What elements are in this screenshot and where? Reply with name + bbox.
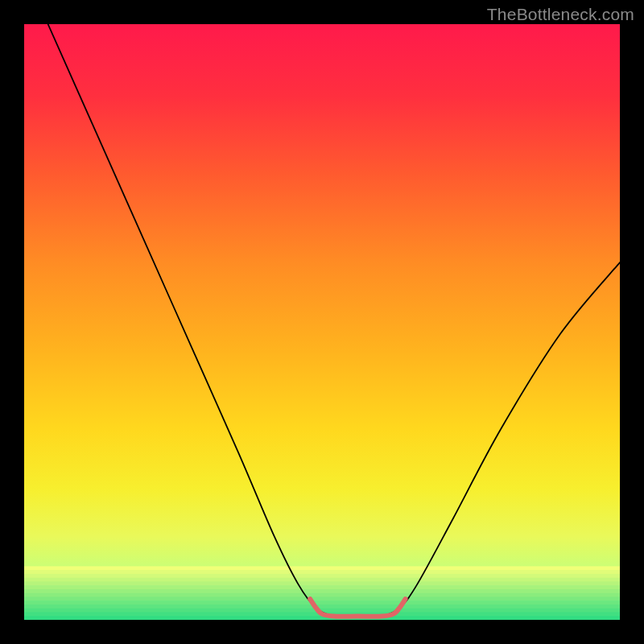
green-band-stripe bbox=[24, 616, 620, 620]
green-band-stripe bbox=[24, 589, 620, 593]
green-band-stripe bbox=[24, 605, 620, 609]
green-band-stripe bbox=[24, 574, 620, 578]
green-band-stripe bbox=[24, 581, 620, 585]
gradient-background bbox=[24, 24, 620, 620]
watermark-text: TheBottleneck.com bbox=[487, 5, 634, 24]
green-band-stripe bbox=[24, 570, 620, 574]
bottleneck-chart bbox=[24, 24, 620, 620]
green-band-stripe bbox=[24, 597, 620, 601]
plot-area bbox=[24, 24, 620, 620]
green-band-stripe bbox=[24, 593, 620, 597]
green-band-stripe bbox=[24, 601, 620, 605]
chart-frame: TheBottleneck.com bbox=[0, 0, 644, 644]
green-band-stripe bbox=[24, 566, 620, 570]
green-band-stripe bbox=[24, 585, 620, 589]
green-band-stripe bbox=[24, 578, 620, 582]
